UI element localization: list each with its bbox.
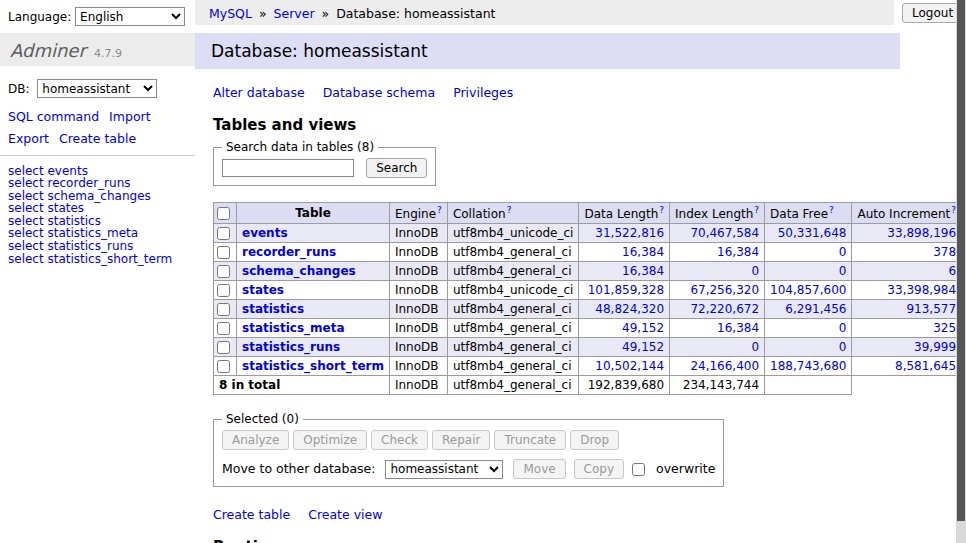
- db-select[interactable]: homeassistant: [37, 79, 157, 98]
- help-icon[interactable]: ?: [507, 205, 512, 215]
- copy-button[interactable]: Copy: [574, 459, 624, 479]
- auto-increment-link[interactable]: 913,577: [906, 302, 956, 316]
- index-length-link[interactable]: 0: [751, 340, 759, 354]
- database-nav-link[interactable]: Privileges: [453, 85, 513, 100]
- auto-increment-link[interactable]: 325: [933, 321, 956, 335]
- sidebar-action-link[interactable]: Import: [109, 109, 151, 124]
- row-checkbox[interactable]: [217, 246, 230, 259]
- create-link[interactable]: Create table: [213, 507, 290, 522]
- data-length-link[interactable]: 101,859,328: [588, 283, 664, 297]
- data-free-link[interactable]: 6,291,456: [785, 302, 846, 316]
- move-button[interactable]: Move: [513, 459, 565, 479]
- scrollbar-thumb[interactable]: [957, 0, 965, 521]
- database-nav-link[interactable]: Database schema: [323, 85, 435, 100]
- database-nav-links: Alter databaseDatabase schemaPrivileges: [213, 85, 900, 100]
- sidebar-action-link[interactable]: SQL command: [8, 109, 99, 124]
- sidebar-table-link[interactable]: select recorder_runs: [8, 177, 187, 190]
- move-db-select[interactable]: homeassistant: [385, 460, 503, 479]
- index-length-link[interactable]: 16,384: [717, 321, 759, 335]
- index-length-cell: 24,166,400: [670, 357, 765, 376]
- data-free-link[interactable]: 188,743,680: [770, 359, 846, 373]
- selected-action-button[interactable]: Analyze: [222, 430, 289, 450]
- table-name-link[interactable]: recorder_runs: [242, 245, 336, 259]
- data-length-link[interactable]: 10,502,144: [595, 359, 664, 373]
- auto-increment-link[interactable]: 6: [948, 264, 956, 278]
- data-length-link[interactable]: 49,152: [622, 321, 664, 335]
- table-name-link[interactable]: statistics_meta: [242, 321, 345, 335]
- table-name-link[interactable]: statistics_short_term: [242, 359, 384, 373]
- total-data-free-cell: [765, 376, 852, 395]
- table-name-link[interactable]: events: [242, 226, 288, 240]
- selected-action-button[interactable]: Drop: [570, 430, 619, 450]
- index-length-link[interactable]: 24,166,400: [690, 359, 759, 373]
- row-checkbox[interactable]: [217, 227, 230, 240]
- search-input[interactable]: [222, 159, 354, 177]
- auto-increment-link[interactable]: 33,898,196: [887, 226, 956, 240]
- database-nav-link[interactable]: Alter database: [213, 85, 305, 100]
- logout-button[interactable]: Logout: [902, 3, 963, 23]
- row-checkbox[interactable]: [217, 284, 230, 297]
- index-length-link[interactable]: 0: [751, 264, 759, 278]
- data-free-link[interactable]: 0: [839, 340, 847, 354]
- scrollbar-track[interactable]: [956, 0, 966, 543]
- table-name-link[interactable]: states: [242, 283, 284, 297]
- help-icon[interactable]: ?: [437, 205, 442, 215]
- overwrite-checkbox[interactable]: [632, 463, 645, 476]
- index-length-link[interactable]: 16,384: [717, 245, 759, 259]
- data-length-link[interactable]: 49,152: [622, 340, 664, 354]
- table-name-link[interactable]: schema_changes: [242, 264, 356, 278]
- table-name-cell: states: [237, 281, 390, 300]
- col-header-label: Auto Increment: [857, 207, 950, 221]
- col-header-data-free: Data Free?: [765, 203, 852, 224]
- auto-increment-link[interactable]: 8,581,645: [895, 359, 956, 373]
- create-link[interactable]: Create view: [308, 507, 382, 522]
- sidebar-table-link[interactable]: select statistics_runs: [8, 240, 187, 253]
- index-length-link[interactable]: 67,256,320: [690, 283, 759, 297]
- data-length-link[interactable]: 16,384: [622, 264, 664, 278]
- row-checkbox[interactable]: [217, 360, 230, 373]
- search-button[interactable]: Search: [366, 158, 427, 178]
- sidebar-table-link[interactable]: select statistics_short_term: [8, 253, 187, 266]
- selected-action-button[interactable]: Optimize: [293, 430, 367, 450]
- sidebar-action-link[interactable]: Export: [8, 131, 49, 146]
- auto-increment-link[interactable]: 378: [933, 245, 956, 259]
- collation-cell: utf8mb4_general_ci: [447, 300, 579, 319]
- data-free-link[interactable]: 0: [839, 245, 847, 259]
- row-checkbox[interactable]: [217, 341, 230, 354]
- auto-increment-link[interactable]: 39,999: [914, 340, 956, 354]
- table-name-link[interactable]: statistics: [242, 302, 304, 316]
- selected-legend: Selected (0): [222, 412, 303, 426]
- sidebar-table-link[interactable]: select states: [8, 202, 187, 215]
- row-checkbox[interactable]: [217, 322, 230, 335]
- data-free-link[interactable]: 50,331,648: [778, 226, 847, 240]
- overwrite-label: overwrite: [656, 461, 715, 476]
- row-checkbox[interactable]: [217, 303, 230, 316]
- help-icon[interactable]: ?: [754, 205, 759, 215]
- breadcrumb-mysql-link[interactable]: MySQL: [209, 6, 252, 21]
- data-length-link[interactable]: 31,522,816: [595, 226, 664, 240]
- data-free-link[interactable]: 104,857,600: [770, 283, 846, 297]
- breadcrumb-server-link[interactable]: Server: [274, 6, 315, 21]
- row-checkbox[interactable]: [217, 265, 230, 278]
- selected-action-button[interactable]: Repair: [432, 430, 490, 450]
- sidebar-action-link[interactable]: Create table: [59, 131, 136, 146]
- selected-action-button[interactable]: Check: [371, 430, 428, 450]
- select-all-checkbox[interactable]: [217, 207, 230, 220]
- help-icon[interactable]: ?: [659, 205, 664, 215]
- data-length-link[interactable]: 48,824,320: [595, 302, 664, 316]
- index-length-link[interactable]: 72,220,672: [690, 302, 759, 316]
- help-icon[interactable]: ?: [829, 205, 834, 215]
- data-length-link[interactable]: 16,384: [622, 245, 664, 259]
- table-row: statistics_runs InnoDB utf8mb4_general_c…: [214, 338, 966, 357]
- selected-action-button[interactable]: Truncate: [494, 430, 566, 450]
- language-select[interactable]: English: [75, 7, 185, 26]
- auto-increment-link[interactable]: 33,398,984: [887, 283, 956, 297]
- col-header-label: Data Free: [770, 207, 828, 221]
- col-header-collation: Collation?: [447, 203, 579, 224]
- engine-cell: InnoDB: [389, 262, 447, 281]
- index-length-link[interactable]: 70,467,584: [690, 226, 759, 240]
- auto-increment-cell: 33,898,196: [852, 224, 962, 243]
- data-free-link[interactable]: 0: [839, 264, 847, 278]
- table-name-link[interactable]: statistics_runs: [242, 340, 340, 354]
- data-free-link[interactable]: 0: [839, 321, 847, 335]
